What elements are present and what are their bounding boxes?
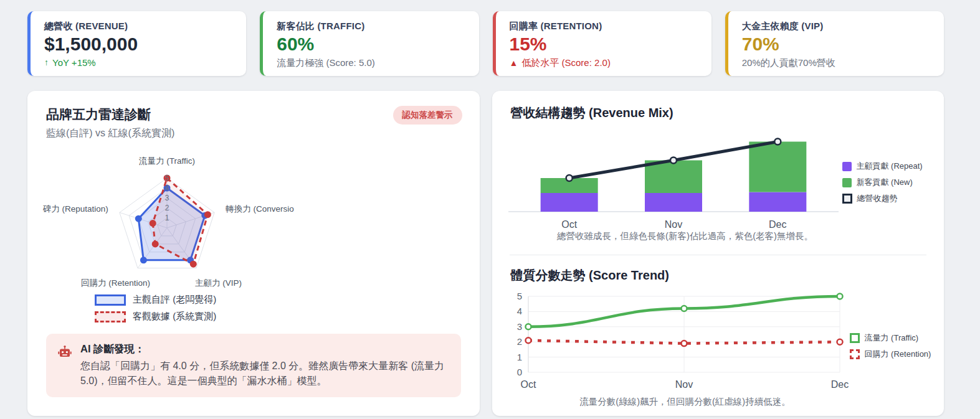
kpi-label: 新客佔比 (TRAFFIC) [277, 21, 465, 32]
revenue-mix-title: 營收結構趨勢 (Revenue Mix) [511, 105, 673, 121]
panel-divider [510, 255, 927, 255]
kpi-row: 總營收 (REVENUE) $1,500,000 ↑ YoY +15% 新客佔比… [27, 11, 944, 76]
kpi-value: $1,500,000 [44, 34, 232, 55]
legend-item-repeat[interactable]: 主顧貢獻 (Repeat) [842, 161, 923, 172]
radar-panel-subtitle: 藍線(自評) vs 紅線(系統實測) [46, 127, 174, 140]
ai-diagnosis-body: 您自認「回購力」有 4.0 分，但系統數據僅 2.0 分。雖然廣告帶來大量新客 … [80, 359, 450, 388]
trend-panel: 營收結構趨勢 (Revenue Mix) OctNovDec 主顧貢獻 (Rep… [492, 91, 944, 416]
kpi-value: 15% [510, 34, 698, 55]
svg-text:Oct: Oct [520, 379, 536, 390]
cognitive-gap-badge: 認知落差警示 [393, 106, 462, 125]
kpi-sub-text: 流量力極強 (Score: 5.0) [277, 57, 375, 69]
trend-up-icon: ↑ [44, 58, 49, 67]
svg-text:2: 2 [165, 204, 169, 212]
revenue-mix-chart: OctNovDec [508, 128, 839, 233]
radar-panel-title: 品牌五力雷達診斷 [46, 106, 174, 123]
kpi-card-revenue: 總營收 (REVENUE) $1,500,000 ↑ YoY +15% [27, 11, 246, 76]
legend-label: 客觀數據 (系統實測) [133, 311, 216, 322]
kpi-label: 大金主依賴度 (VIP) [742, 21, 930, 32]
svg-text:4: 4 [516, 306, 521, 316]
svg-text:5: 5 [516, 291, 521, 301]
kpi-label: 總營收 (REVENUE) [44, 21, 232, 32]
score-trend-chart: 012345OctNovDec [500, 290, 850, 397]
legend-item-total[interactable]: 總營收趨勢 [842, 193, 923, 204]
kpi-value: 60% [277, 34, 465, 55]
legend-swatch-blue-solid [95, 294, 126, 306]
kpi-value: 70% [742, 34, 930, 55]
svg-text:0: 0 [516, 367, 521, 377]
legend-swatch-red-dashed [95, 311, 126, 322]
kpi-sub: 20%的人貢獻70%營收 [742, 57, 930, 69]
main-row: 品牌五力雷達診斷 藍線(自評) vs 紅線(系統實測) 認知落差警示 12345… [27, 91, 944, 416]
svg-text:4: 4 [165, 184, 169, 192]
legend-swatch-green-outline [850, 333, 860, 343]
svg-text:5: 5 [165, 174, 169, 182]
radar-legend: 主觀自評 (老闆覺得) 客觀數據 (系統實測) [95, 294, 216, 322]
svg-text:回購力 (Retention): 回購力 (Retention) [81, 278, 150, 288]
svg-text:碑力 (Reputation): 碑力 (Reputation) [43, 204, 108, 214]
legend-swatch-green [842, 178, 852, 187]
robot-icon [57, 344, 72, 359]
radar-chart: 12345流量力 (Traffic)轉換力 (Conversio主顧力 (VIP… [31, 151, 313, 305]
kpi-sub-text: 20%的人貢獻70%營收 [742, 57, 835, 69]
legend-label: 流量力 (Traffic) [865, 332, 919, 344]
legend-item-retention[interactable]: 回購力 (Retention) [850, 349, 931, 360]
legend-item-new[interactable]: 新客貢獻 (New) [842, 177, 923, 188]
legend-swatch-red-dashed-outline [850, 349, 860, 359]
legend-label: 主觀自評 (老闆覺得) [133, 294, 216, 306]
svg-text:流量力 (Traffic): 流量力 (Traffic) [139, 156, 195, 166]
svg-text:2: 2 [516, 336, 521, 347]
revenue-mix-caption: 總營收雖成長，但綠色長條(新客)佔比過高，紫色(老客)無增長。 [492, 230, 878, 242]
radar-panel: 品牌五力雷達診斷 藍線(自評) vs 紅線(系統實測) 認知落差警示 12345… [27, 91, 480, 416]
kpi-sub-text: YoY +15% [52, 57, 96, 68]
kpi-card-retention: 回購率 (RETENTION) 15% ▲ 低於水平 (Score: 2.0) [493, 11, 711, 76]
svg-text:轉換力 (Conversio: 轉換力 (Conversio [226, 204, 294, 214]
legend-item-system[interactable]: 客觀數據 (系統實測) [95, 311, 216, 322]
svg-text:1: 1 [516, 352, 521, 362]
kpi-sub-text: 低於水平 (Score: 2.0) [521, 57, 611, 69]
legend-item-traffic[interactable]: 流量力 (Traffic) [850, 332, 931, 344]
svg-text:Dec: Dec [830, 379, 848, 390]
legend-label: 新客貢獻 (New) [857, 177, 913, 188]
kpi-label: 回購率 (RETENTION) [510, 21, 698, 32]
kpi-sub: ▲ 低於水平 (Score: 2.0) [510, 57, 698, 69]
dashboard: 總營收 (REVENUE) $1,500,000 ↑ YoY +15% 新客佔比… [0, 0, 980, 416]
ai-diagnosis-text: AI 診斷發現： 您自認「回購力」有 4.0 分，但系統數據僅 2.0 分。雖然… [80, 342, 450, 388]
legend-label: 總營收趨勢 [857, 193, 898, 204]
svg-text:Oct: Oct [561, 219, 577, 230]
kpi-card-vip: 大金主依賴度 (VIP) 70% 20%的人貢獻70%營收 [725, 11, 944, 76]
score-trend-caption: 流量分數(綠線)飆升，但回購分數(紅虛線)持續低迷。 [492, 396, 878, 408]
legend-label: 主顧貢獻 (Repeat) [857, 161, 923, 172]
svg-text:主顧力 (VIP): 主顧力 (VIP) [195, 278, 242, 288]
radar-panel-titles: 品牌五力雷達診斷 藍線(自評) vs 紅線(系統實測) [46, 106, 174, 140]
ai-diagnosis-title: AI 診斷發現： [80, 342, 450, 356]
svg-text:3: 3 [516, 321, 521, 332]
kpi-sub: ↑ YoY +15% [44, 57, 232, 68]
svg-text:Nov: Nov [675, 379, 692, 390]
legend-label: 回購力 (Retention) [865, 349, 931, 360]
kpi-sub: 流量力極強 (Score: 5.0) [277, 57, 465, 69]
score-trend-title: 體質分數走勢 (Score Trend) [511, 267, 669, 284]
legend-swatch-purple [842, 162, 852, 171]
svg-text:Nov: Nov [664, 219, 682, 230]
svg-text:3: 3 [165, 194, 169, 202]
revenue-mix-legend: 主顧貢獻 (Repeat) 新客貢獻 (New) 總營收趨勢 [842, 161, 923, 204]
legend-swatch-dark-outline [842, 194, 852, 204]
svg-text:1: 1 [165, 214, 169, 222]
score-trend-legend: 流量力 (Traffic) 回購力 (Retention) [850, 332, 931, 360]
ai-diagnosis-box: AI 診斷發現： 您自認「回購力」有 4.0 分，但系統數據僅 2.0 分。雖然… [46, 334, 461, 397]
svg-text:Dec: Dec [769, 219, 786, 230]
kpi-card-traffic: 新客佔比 (TRAFFIC) 60% 流量力極強 (Score: 5.0) [260, 11, 478, 76]
warning-icon: ▲ [510, 59, 518, 67]
radar-panel-header: 品牌五力雷達診斷 藍線(自評) vs 紅線(系統實測) 認知落差警示 [46, 106, 462, 140]
legend-item-self[interactable]: 主觀自評 (老闆覺得) [95, 294, 216, 306]
